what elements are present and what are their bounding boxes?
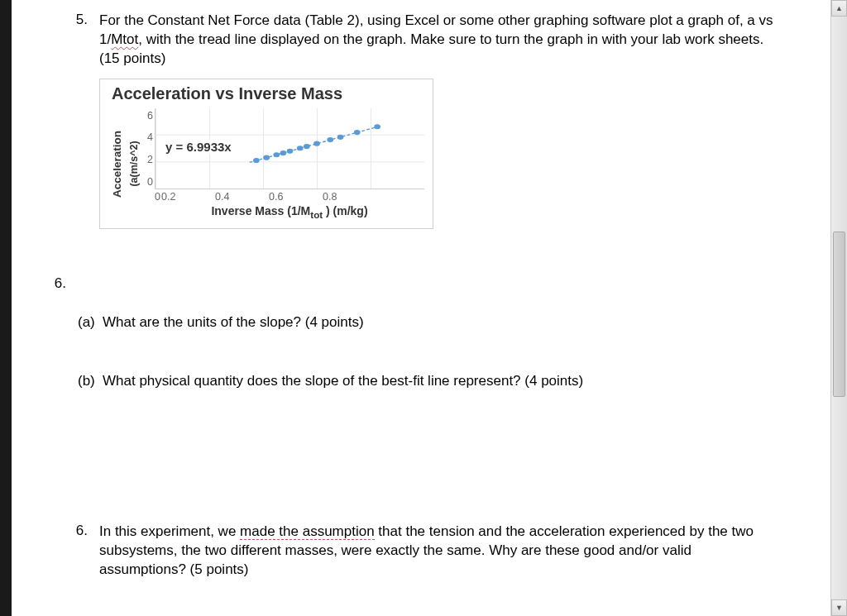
ytick: 0 [141,176,153,188]
svg-point-9 [337,135,343,139]
xtick: 0.4 [215,191,269,203]
svg-point-1 [264,155,270,160]
vertical-scrollbar[interactable]: ▲ ▼ [830,0,847,616]
q6b-number: 6. [66,523,99,580]
q6b-text-1: In this experiment, we [99,523,240,539]
q5-body: For the Constant Net Force data (Table 2… [99,12,774,69]
ytick: 4 [141,131,153,143]
svg-point-2 [274,152,280,156]
chart-container: Acceleration vs Inverse Mass Acceleratio… [99,79,433,229]
margin-strip [0,0,12,616]
q5-number: 5. [66,12,99,69]
chart-yticks: 6 4 2 0 [141,110,155,188]
scroll-down-button[interactable]: ▼ [831,599,847,616]
q6b-text: What physical quantity does the slope of… [103,372,583,391]
svg-point-11 [375,125,380,129]
svg-point-0 [254,158,260,162]
question-6-assumption: 6. In this experiment, we made the assum… [66,523,774,580]
q5-text-2: , with the tread line displayed on the g… [99,31,763,66]
svg-point-6 [304,144,310,148]
document-page: 5. For the Constant Net Force data (Tabl… [12,0,830,616]
scroll-thumb[interactable] [833,232,845,397]
chart-plot-area: y = 6.9933x [155,108,424,189]
q6a-letter: (a) [78,313,103,332]
svg-point-3 [280,150,286,155]
q6-part-a: (a) What are the units of the slope? (4 … [78,313,774,332]
xtick: 0.2 [161,191,215,203]
data-series [254,125,380,163]
chart-ylabel-sub: (a(m/s^2) [128,141,140,187]
chart-equation: y = 6.9933x [165,140,232,154]
ytick: 2 [141,154,153,165]
scroll-up-button[interactable]: ▲ [831,0,847,17]
chart-xticks: 0 0.2 0.4 0.6 0.8 [155,191,424,203]
svg-point-5 [298,146,304,150]
q6b-underlined: made the assumption [240,523,375,540]
question-6: 6. (a) What are the units of the slope? … [66,275,774,391]
q5-mtot-wavy: Mtot [111,31,138,47]
xtick: 0.8 [323,191,376,203]
q6a-text: What are the units of the slope? (4 poin… [103,313,364,332]
chart-xlabel: Inverse Mass (1/Mtot ) (m/kg) [155,204,424,220]
q6b-letter: (b) [78,372,103,391]
chevron-down-icon: ▼ [835,604,843,612]
chart-title: Acceleration vs Inverse Mass [112,84,424,103]
svg-point-7 [314,141,320,146]
svg-point-8 [328,137,333,141]
svg-point-4 [287,149,293,153]
xtick: 0.6 [269,191,323,203]
question-5: 5. For the Constant Net Force data (Tabl… [66,12,774,69]
q6-part-b: (b) What physical quantity does the slop… [78,372,774,391]
q6b-body: In this experiment, we made the assumpti… [99,523,774,580]
svg-point-10 [355,130,361,134]
chart-ylabel: Acceleration [112,131,124,198]
chevron-up-icon: ▲ [835,4,843,12]
q6-number: 6. [45,275,78,391]
ytick: 6 [141,110,153,122]
